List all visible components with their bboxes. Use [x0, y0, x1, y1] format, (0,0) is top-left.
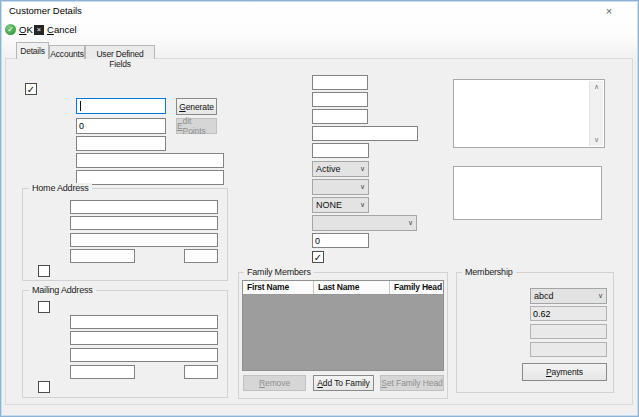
set-family-head-button[interactable]: Set Family Head — [380, 375, 444, 391]
member-code-input[interactable] — [76, 98, 166, 114]
mailing-state-input[interactable] — [70, 365, 135, 379]
birthdate-input[interactable] — [312, 143, 369, 158]
home-phone-input[interactable] — [312, 75, 368, 90]
mobile-input[interactable] — [312, 109, 368, 124]
text-caret — [80, 101, 81, 111]
chevron-down-icon: ∨ — [408, 219, 413, 227]
same-as-home-checkbox[interactable] — [38, 301, 50, 313]
contact-method-value: NONE — [316, 200, 342, 210]
mailing-address-legend: Mailing Address — [29, 285, 96, 295]
ok-button-label: OK — [19, 24, 33, 35]
mailing-same-family-checkbox[interactable] — [38, 381, 50, 393]
status-dropdown[interactable]: Active ∨ — [312, 161, 369, 177]
membership-fee-input[interactable] — [530, 306, 607, 321]
customer-details-window: Customer Details × ✓ OK × Cancel Details… — [0, 0, 639, 417]
store-joined-dropdown[interactable]: ∨ — [312, 215, 417, 231]
tab-user-defined-fields[interactable]: User Defined Fields — [85, 45, 155, 59]
window-title: Customer Details — [9, 5, 82, 16]
home-same-address-checkbox[interactable] — [38, 265, 50, 277]
home-suburb-input[interactable] — [70, 233, 218, 247]
title-input[interactable] — [76, 136, 166, 151]
home-state-input[interactable] — [70, 249, 135, 263]
home-postcode-input[interactable] — [184, 249, 218, 263]
work-phone-input[interactable] — [312, 92, 368, 107]
cancel-button-label: Cancel — [47, 24, 77, 35]
column-header-last-name: Last Name — [314, 281, 390, 294]
membership-type-dropdown[interactable]: abcd ∨ — [530, 288, 607, 304]
checkmark-icon: ✓ — [27, 84, 35, 95]
generate-button[interactable]: Generate — [176, 98, 217, 115]
message-scrollbar[interactable]: ∧ ∨ — [589, 81, 603, 146]
ok-check-icon: ✓ — [5, 24, 16, 35]
mailing-address-line1-input[interactable] — [70, 315, 218, 329]
email-input[interactable] — [312, 126, 418, 141]
membership-legend: Membership — [462, 267, 516, 277]
mailing-suburb-input[interactable] — [70, 348, 218, 362]
add-to-family-button[interactable]: Add To Family — [313, 375, 374, 391]
tab-details[interactable]: Details — [16, 42, 49, 59]
lots-patient-id-input[interactable] — [312, 233, 369, 248]
chevron-down-icon: ∨ — [598, 292, 603, 300]
family-grid-header: First Name Last Name Family Head — [243, 281, 443, 295]
checkmark-icon: ✓ — [314, 252, 322, 263]
close-icon[interactable]: × — [601, 4, 617, 19]
scroll-down-icon[interactable]: ∨ — [590, 136, 603, 144]
ok-button[interactable]: ✓ OK — [5, 24, 33, 35]
chevron-down-icon: ∨ — [360, 165, 365, 173]
column-header-family-head: Family Head — [390, 281, 443, 294]
first-name-input[interactable] — [76, 153, 224, 168]
mailing-postcode-input[interactable] — [184, 365, 218, 379]
scroll-up-icon[interactable]: ∧ — [590, 83, 603, 91]
chevron-down-icon: ∨ — [360, 183, 365, 191]
interests-textarea[interactable] — [453, 166, 602, 220]
family-members-grid[interactable]: First Name Last Name Family Head — [242, 280, 444, 371]
home-address-line2-input[interactable] — [70, 216, 218, 230]
message-textarea[interactable]: ∧ ∨ — [453, 79, 605, 148]
end-consumer-checkbox[interactable]: ✓ — [312, 251, 324, 263]
cancel-x-icon: × — [34, 25, 44, 35]
column-header-first-name: First Name — [243, 281, 314, 294]
points-input[interactable] — [76, 118, 166, 134]
gender-dropdown[interactable]: ∨ — [312, 179, 369, 195]
date-paid-input[interactable] — [530, 324, 607, 339]
family-members-legend: Family Members — [244, 267, 314, 277]
home-address-legend: Home Address — [29, 183, 92, 193]
contact-method-dropdown[interactable]: NONE ∨ — [312, 197, 369, 213]
tab-accounts[interactable]: Accounts — [49, 45, 85, 59]
status-value: Active — [316, 164, 341, 174]
chevron-down-icon: ∨ — [360, 201, 365, 209]
membership-type-value: abcd — [534, 291, 554, 301]
date-paid-to-input[interactable] — [530, 342, 607, 357]
remove-button[interactable]: Remove — [243, 375, 306, 391]
surname-input[interactable] — [76, 170, 224, 185]
home-address-line1-input[interactable] — [70, 200, 218, 214]
edit-points-button[interactable]: Edit Points — [176, 118, 217, 134]
mailing-address-line2-input[interactable] — [70, 331, 218, 345]
loyalty-club-checkbox[interactable]: ✓ — [25, 83, 37, 95]
cancel-button[interactable]: × Cancel — [34, 24, 77, 35]
payments-button[interactable]: Payments — [522, 363, 607, 381]
